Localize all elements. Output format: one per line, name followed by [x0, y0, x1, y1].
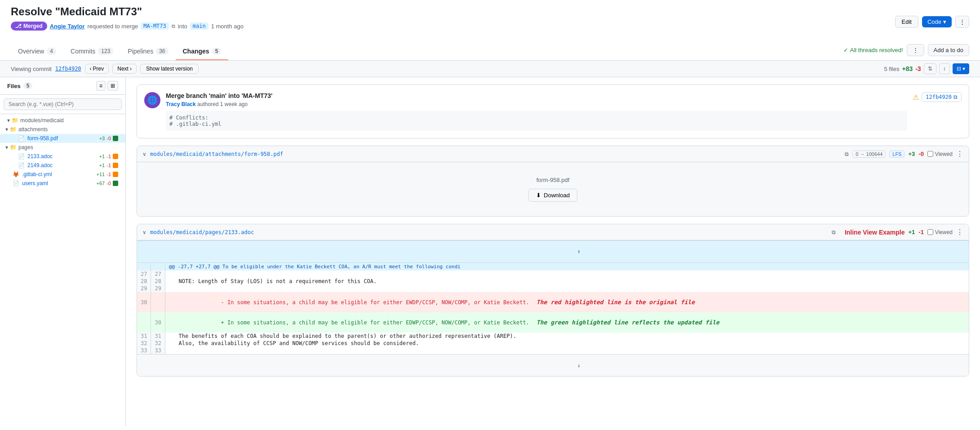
commit-hash-link[interactable]: 12fb4920 — [55, 66, 81, 72]
folder-label: modules/medicaid — [20, 117, 64, 124]
folder-pages[interactable]: ▾ 📁 pages — [0, 143, 125, 152]
add-todo-button[interactable]: Add a to do — [928, 44, 970, 56]
viewed-input-1[interactable] — [927, 151, 933, 157]
collapse-button[interactable]: ↕ — [939, 63, 950, 74]
files-count: 5 files — [884, 66, 899, 72]
download-button[interactable]: ⬇ Download — [528, 189, 577, 202]
folder-attachments-icon: 📁 — [10, 126, 17, 133]
commit-box: 🌐 Merge branch 'main' into 'MA-MT73' Tra… — [137, 84, 969, 138]
viewed-checkbox-2[interactable]: Viewed — [927, 229, 953, 235]
lfs-filename: form-958.pdf — [537, 177, 570, 183]
diff-collapse-toggle-2[interactable]: ∨ — [142, 229, 146, 235]
file-name-form-958: form-958.pdf — [27, 135, 97, 142]
diff-header-actions-1: +3 -0 Viewed ⋮ — [908, 150, 963, 158]
edit-button[interactable]: Edit — [895, 16, 918, 28]
file-name-users-yaml: users.yaml — [22, 180, 94, 186]
more-button[interactable]: ⋮ — [955, 16, 969, 28]
merge-icon: ⎇ — [15, 23, 22, 29]
prev-button[interactable]: ‹ Prev — [85, 64, 109, 74]
next-arrow-icon: › — [130, 66, 132, 72]
file-item-users-yaml[interactable]: 📄 users.yaml +67 -0 — [0, 179, 125, 188]
file-tree-sidebar: Files 5 ≡ ⊞ ▾ 📁 modules/medicaid ▾ — [0, 77, 126, 426]
folder-icon: 📁 — [12, 117, 18, 124]
old-line-num-31: 31 — [137, 332, 151, 340]
tab-commits[interactable]: Commits 123 — [63, 43, 120, 60]
change-dot-mod-2149 — [113, 163, 118, 168]
file-item-2149-adoc[interactable]: 📄 2149.adoc +1 -1 — [0, 161, 125, 170]
expand-up-icon[interactable]: ↑ — [577, 248, 581, 255]
file-item-2133-adoc[interactable]: 📄 2133.adoc +1 -1 — [0, 152, 125, 161]
list-view-button[interactable]: ≡ — [96, 81, 106, 91]
tree-view-button[interactable]: ⊞ — [107, 81, 118, 91]
commit-body: # Conflicts: # .gitlab-ci.yml — [166, 111, 907, 131]
file-changes-users-yaml: +67 -0 — [97, 181, 118, 186]
diff-more-button-1[interactable]: ⋮ — [956, 150, 963, 158]
commit-avatar: 🌐 — [144, 92, 160, 108]
old-line-num-32: 32 — [137, 340, 151, 347]
inline-view-label: Inline View Example — [845, 229, 905, 236]
sidebar-icons: ≡ ⊞ — [96, 81, 118, 91]
sidebar-title: Files 5 — [7, 82, 32, 89]
folder-pages-chevron: ▾ — [5, 144, 8, 151]
source-branch-link[interactable]: MA-MT73 — [141, 22, 169, 30]
line-content-30-add: + In some situations, a child may be eli… — [165, 312, 969, 332]
all-resolved-text: ✓ All threads resolved! — [843, 47, 903, 53]
table-row: 33 33 — [137, 347, 969, 355]
diff-collapse-toggle-1[interactable]: ∨ — [142, 151, 146, 157]
copy-path-icon-1[interactable]: ⧉ — [845, 151, 849, 157]
diff-dels-2: -1 — [918, 229, 924, 235]
tab-changes[interactable]: Changes 5 — [176, 43, 229, 60]
commit-hash-badge[interactable]: 12fb4920 ⧉ — [922, 92, 962, 102]
prev-arrow-icon: ‹ — [90, 66, 92, 72]
download-icon: ⬇ — [536, 192, 541, 199]
hunk-new-num — [151, 263, 165, 271]
file-changes-gitlab-ci: +11 -1 — [97, 172, 118, 177]
next-button[interactable]: Next › — [112, 64, 137, 74]
del-count: -0 — [106, 136, 111, 141]
tab-pipelines[interactable]: Pipelines 36 — [120, 43, 175, 60]
change-dot-add-users — [113, 181, 118, 186]
gitlab-ci-icon: 🦊 — [13, 171, 19, 177]
new-line-num-30-add: 30 — [151, 312, 165, 332]
diff-more-button-2[interactable]: ⋮ — [956, 228, 963, 236]
file-item-gitlab-ci[interactable]: 🦊 .gitlab-ci.yml +11 -1 — [0, 170, 125, 179]
search-box — [0, 95, 125, 114]
file-changes-form-958: +3 -0 — [99, 136, 118, 141]
inline-view-button[interactable]: ⊟ ▾ — [953, 63, 969, 74]
tab-overview[interactable]: Overview 4 — [11, 43, 63, 60]
diff-header-actions-2: +1 -1 Viewed ⋮ — [908, 228, 963, 236]
file-item-form-958-pdf[interactable]: 📄 form-958.pdf +3 -0 — [0, 134, 125, 143]
folder-modules-medicaid[interactable]: ▾ 📁 modules/medicaid — [0, 116, 125, 125]
hunk-content: @@ -27,7 +27,7 @@ To be eligible under t… — [165, 263, 969, 271]
viewed-checkbox-1[interactable]: Viewed — [927, 151, 953, 157]
copy-path-icon-2[interactable]: ⧉ — [832, 229, 836, 235]
add-count: +3 — [99, 136, 105, 141]
new-line-num-29: 29 — [151, 285, 165, 292]
old-line-num-28: 28 — [137, 278, 151, 285]
copy-icon[interactable]: ⧉ — [172, 23, 175, 29]
resolved-settings-button[interactable]: ⋮ — [907, 44, 924, 56]
old-line-num-33: 33 — [137, 347, 151, 355]
code-button[interactable]: Code ▾ — [922, 16, 952, 27]
diff-file-header-form-958: ∨ modules/medicaid/attachments/form-958.… — [137, 146, 969, 162]
search-input[interactable] — [4, 98, 122, 110]
folder-attachments[interactable]: ▾ 📁 attachments — [0, 125, 125, 134]
pr-subtitle: ⎇ Merged Angie Taylor requested to merge… — [11, 22, 891, 31]
sidebar-title-text: Files — [7, 83, 21, 89]
author-link[interactable]: Angie Taylor — [50, 23, 85, 30]
table-row: 28 28 NOTE: Length of Stay (LOS) is not … — [137, 278, 969, 285]
viewed-input-2[interactable] — [927, 229, 933, 235]
file-adoc-2133-icon: 📄 — [18, 153, 25, 160]
diff-content-2133: ↑ @@ -27,7 +27,7 @@ To be eligible under… — [137, 240, 969, 376]
show-latest-button[interactable]: Show latest version — [140, 64, 199, 74]
diff-file-header-2133: ∨ modules/medicaid/pages/2133.adoc ⧉ Inl… — [137, 224, 969, 240]
table-row: 27 27 — [137, 270, 969, 278]
expand-all-button[interactable]: ⇅ — [924, 63, 936, 74]
diff-hunk-row: @@ -27,7 +27,7 @@ To be eligible under t… — [137, 263, 969, 271]
change-dot-mod-gitlab — [113, 172, 118, 177]
expand-down-icon[interactable]: ↓ — [577, 362, 581, 368]
line-content-30-del: - In some situations, a child may be eli… — [165, 292, 969, 312]
target-branch-link[interactable]: main — [190, 22, 208, 30]
overview-count: 4 — [47, 48, 56, 55]
copy-hash-icon[interactable]: ⧉ — [953, 94, 958, 100]
